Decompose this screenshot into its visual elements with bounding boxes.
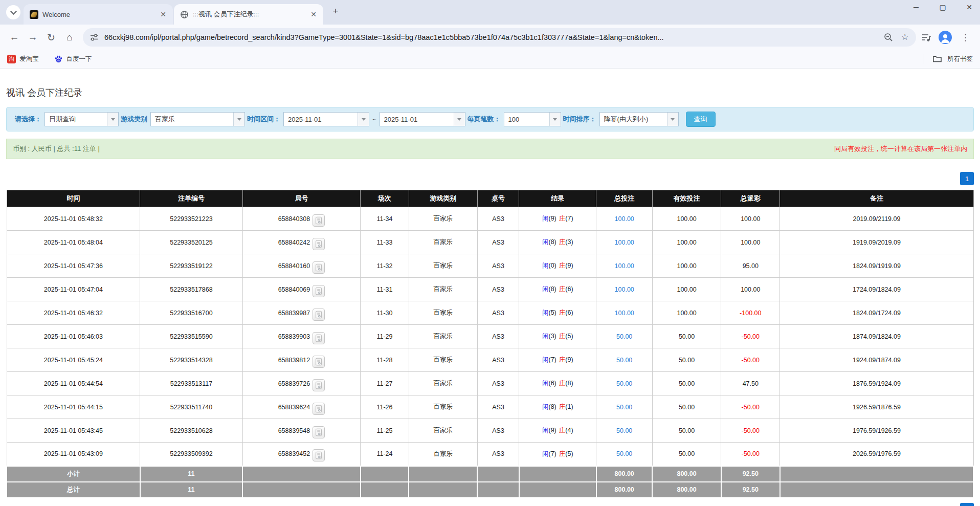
cell-total-bet[interactable]: 50.00 (596, 372, 653, 395)
tab-bet-records[interactable]: :::视讯 会员下注纪录::: ✕ (174, 4, 323, 25)
result-player-score: (7) (548, 450, 556, 457)
result-banker-label: 庄 (559, 215, 566, 222)
dropdown-arrow-icon[interactable] (107, 113, 118, 126)
total-payout: 92.50 (721, 482, 780, 498)
profile-avatar[interactable] (939, 31, 952, 44)
video-replay-icon[interactable] (313, 403, 325, 415)
cell-round: 658839903 (242, 325, 361, 348)
total-bet-link[interactable]: 100.00 (615, 262, 634, 270)
home-button[interactable]: ⌂ (60, 28, 79, 47)
video-replay-icon[interactable] (313, 379, 325, 391)
page-1-button[interactable]: 1 (960, 172, 974, 185)
cell-time: 2025-11-01 05:43:09 (7, 443, 140, 466)
tab-welcome[interactable]: Welcome ✕ (24, 4, 173, 25)
cell-total-bet[interactable]: 100.00 (596, 254, 653, 278)
window-minimize-button[interactable]: ─ (909, 3, 923, 11)
total-bet-link[interactable]: 100.00 (615, 215, 634, 223)
video-replay-icon[interactable] (313, 285, 325, 297)
column-header: 桌号 (477, 190, 519, 207)
result-banker-score: (5) (565, 333, 573, 340)
round-number: 658839812 (278, 357, 310, 364)
forward-button[interactable]: → (24, 28, 42, 47)
round-number: 658839452 (278, 450, 310, 457)
reload-button[interactable]: ↻ (42, 28, 60, 47)
cell-bet-id: 522933514328 (140, 348, 242, 372)
total-bet-link[interactable]: 100.00 (615, 310, 634, 317)
cell-result: 闲(8)庄(3) (519, 231, 596, 254)
cell-total-bet[interactable]: 50.00 (596, 348, 653, 372)
page-size-value: 100 (504, 113, 549, 126)
cell-total-bet[interactable]: 50.00 (596, 419, 653, 443)
round-number: 658840242 (278, 239, 310, 246)
dropdown-arrow-icon[interactable] (358, 113, 369, 126)
table-header-row: 时间注单编号局号场次游戏类别桌号结果总投注有效投注总派彩备注 (7, 190, 973, 207)
sort-dropdown[interactable]: 降幂(由大到小) (599, 112, 679, 126)
result-player-label: 闲 (542, 215, 549, 222)
dropdown-arrow-icon[interactable] (549, 113, 561, 126)
zoom-out-icon[interactable] (883, 32, 894, 42)
bookmark-taobao[interactable]: 淘 爱淘宝 (7, 55, 39, 63)
total-bet-link[interactable]: 50.00 (616, 404, 632, 411)
all-bookmarks[interactable]: 所有书签 (924, 54, 973, 64)
video-replay-icon[interactable] (313, 356, 325, 368)
query-type-dropdown[interactable]: 日期查询 (44, 112, 119, 126)
new-tab-button[interactable]: + (328, 4, 343, 18)
bookmark-star-icon[interactable]: ☆ (900, 32, 910, 42)
tab-close-icon[interactable]: ✕ (309, 10, 318, 19)
total-bet-link[interactable]: 50.00 (616, 380, 632, 387)
video-replay-icon[interactable] (313, 309, 325, 321)
cell-result: 闲(8)庄(6) (519, 278, 596, 301)
total-bet-link[interactable]: 100.00 (615, 239, 634, 246)
cell-total-bet[interactable]: 100.00 (596, 207, 653, 231)
total-bet-link[interactable]: 50.00 (616, 357, 632, 364)
page-size-dropdown[interactable]: 100 (504, 112, 561, 126)
url-text[interactable]: 66cxkj98.com/ipl/portal.php/game/betreco… (104, 33, 878, 41)
video-replay-icon[interactable] (313, 238, 325, 250)
cell-total-bet[interactable]: 50.00 (596, 443, 653, 466)
search-button[interactable]: 查询 (686, 112, 716, 127)
cell-total-bet[interactable]: 50.00 (596, 325, 653, 348)
cell-payout: 95.00 (721, 254, 780, 278)
cell-result: 闲(0)庄(9) (519, 254, 596, 278)
dropdown-arrow-icon[interactable] (667, 113, 678, 126)
cell-time: 2025-11-01 05:45:24 (7, 348, 140, 372)
video-replay-icon[interactable] (313, 449, 325, 461)
total-bet-link[interactable]: 50.00 (616, 450, 632, 457)
window-close-button[interactable]: ✕ (963, 3, 976, 11)
total-bet-link[interactable]: 50.00 (616, 427, 632, 434)
window-maximize-button[interactable]: ▢ (936, 3, 949, 11)
cell-session: 11-25 (361, 419, 409, 443)
cell-total-bet[interactable]: 100.00 (596, 231, 653, 254)
cell-valid-bet: 100.00 (652, 231, 721, 254)
page-1-button[interactable]: 1 (960, 503, 974, 506)
tab-close-icon[interactable]: ✕ (159, 10, 168, 19)
cell-session: 11-30 (361, 301, 409, 325)
video-replay-icon[interactable] (313, 332, 325, 344)
column-header: 有效投注 (652, 190, 721, 207)
video-replay-icon[interactable] (313, 214, 325, 227)
result-player-score: (8) (548, 403, 556, 410)
cell-total-bet[interactable]: 100.00 (596, 301, 653, 325)
dropdown-arrow-icon[interactable] (454, 113, 465, 126)
media-controls-icon[interactable] (921, 32, 931, 42)
tab-search-button[interactable] (6, 5, 20, 19)
date-from-dropdown[interactable]: 2025-11-01 (283, 112, 369, 126)
video-replay-icon[interactable] (313, 261, 325, 274)
video-replay-icon[interactable] (313, 426, 325, 438)
cell-total-bet[interactable]: 100.00 (596, 278, 653, 301)
back-button[interactable]: ← (5, 28, 24, 47)
result-banker-label: 庄 (559, 238, 566, 246)
browser-toolbar: ← → ↻ ⌂ 66cxkj98.com/ipl/portal.php/game… (0, 25, 980, 50)
address-bar[interactable]: 66cxkj98.com/ipl/portal.php/game/betreco… (83, 28, 916, 47)
valid-bet-notice-text: 同局有效投注，统一计算在该局第一张注单内 (834, 144, 967, 153)
site-settings-icon[interactable] (89, 32, 99, 42)
browser-menu-icon[interactable]: ⋮ (959, 32, 972, 43)
cell-total-bet[interactable]: 50.00 (596, 395, 653, 419)
game-type-dropdown[interactable]: 百家乐 (150, 112, 245, 126)
total-bet-link[interactable]: 100.00 (615, 286, 634, 293)
bookmark-baidu[interactable]: du 百度一下 (54, 55, 92, 63)
date-to-dropdown[interactable]: 2025-11-01 (380, 112, 465, 126)
total-bet-link[interactable]: 50.00 (616, 333, 632, 340)
dropdown-arrow-icon[interactable] (233, 113, 244, 126)
tab-strip: Welcome ✕ :::视讯 会员下注纪录::: ✕ + ─ ▢ ✕ (0, 0, 980, 25)
